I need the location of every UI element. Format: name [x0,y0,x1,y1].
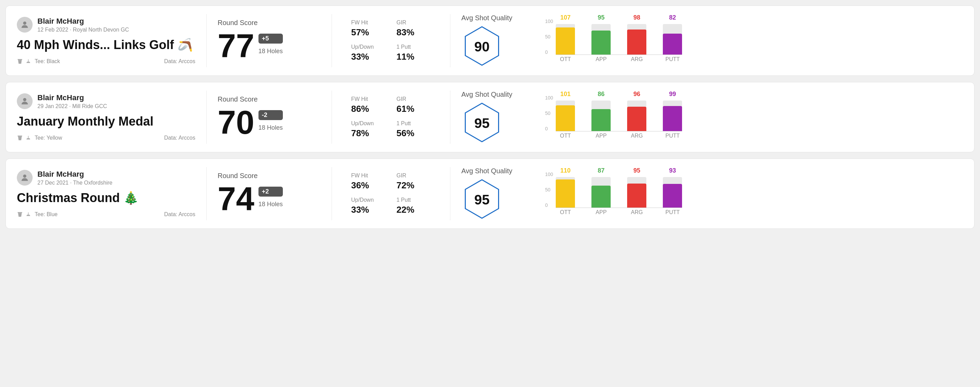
bar-chart: 101 OTT 86 APP 96 ARG [556,95,682,140]
bar-fill-arg [627,30,646,55]
chart-wrapper: 100500 107 OTT 95 APP [545,19,963,63]
y-label: 50 [545,111,553,116]
quality-section: Avg Shot Quality 90 [461,14,537,67]
bar-label-app: APP [595,133,606,139]
chart-wrapper: 100500 101 OTT 86 APP [545,95,963,140]
score-section: Round Score 77 +5 18 Holes [218,19,321,62]
divider-1 [206,90,207,144]
score-label: Round Score [218,172,321,180]
updown-stat: Up/Down 78% [351,121,385,139]
bar-col-ott: 101 OTT [556,90,575,132]
bar-label-putt: PUTT [665,56,680,62]
avatar [17,170,33,186]
chart-section: 100500 110 OTT 87 APP [537,171,963,216]
bar-bg-arg [627,24,646,55]
updown-value: 33% [351,51,385,62]
bar-col-ott: 107 OTT [556,14,575,55]
gir-label: GIR [396,19,431,26]
stats-grid: FW Hit 36% GIR 72% Up/Down 33% 1 Putt 22… [351,173,431,215]
updown-value: 33% [351,205,385,215]
bar-label-ott: OTT [560,133,571,139]
tee-info: Tee: Yellow [17,135,62,141]
bar-value-ott: 107 [560,14,571,21]
gir-value: 72% [396,180,431,191]
quality-section: Avg Shot Quality 95 [461,167,537,220]
divider-2 [332,167,332,220]
left-section: Blair McHarg 29 Jan 2022 · Mill Ride GCC… [17,93,195,141]
quality-label: Avg Shot Quality [461,167,512,175]
round-title: Christmas Round 🎄 [17,191,195,205]
hexagon-container: 90 [461,26,503,67]
y-label: 100 [545,95,553,100]
tee-label: Tee: Blue [35,211,58,217]
bar-bg-ott [556,177,575,208]
score-number: 77 [218,30,255,62]
divider-1 [206,167,207,220]
score-badge: +2 [258,187,283,197]
stats-grid: FW Hit 57% GIR 83% Up/Down 33% 1 Putt 11… [351,19,431,62]
chart-axis-line [556,131,682,132]
bar-fill-arg [627,184,646,208]
bar-value-putt: 99 [669,90,676,98]
svg-point-1 [23,98,26,101]
avatar [17,17,33,33]
oneputt-stat: 1 Putt 11% [396,44,431,62]
stats-grid: FW Hit 86% GIR 61% Up/Down 78% 1 Putt 56… [351,96,431,139]
y-label: 0 [545,202,553,208]
bar-label-ott: OTT [560,56,571,62]
bar-col-app: 87 APP [592,167,611,208]
bar-bg-app [592,100,611,132]
left-section: Blair McHarg 27 Dec 2021 · The Oxfordshi… [17,170,195,217]
bar-bg-ott [556,24,575,55]
oneputt-stat: 1 Putt 22% [396,197,431,215]
user-name: Blair McHarg [37,93,107,102]
bar-bg-app [592,24,611,55]
bar-fill-putt [663,106,682,132]
quality-score: 90 [474,39,490,54]
fw-hit-stat: FW Hit 36% [351,173,385,191]
divider-3 [450,14,450,67]
chart-y-labels: 100500 [545,95,553,132]
bar-value-arg: 95 [633,167,640,174]
stats-section: FW Hit 36% GIR 72% Up/Down 33% 1 Putt 22… [343,173,439,215]
score-badge: +5 [258,33,283,44]
bar-col-arg: 95 ARG [627,167,646,208]
bar-chart: 107 OTT 95 APP 98 ARG [556,19,682,63]
y-label: 50 [545,34,553,40]
bar-label-ott: OTT [560,209,571,216]
divider-2 [332,90,332,144]
chart-wrapper: 100500 110 OTT 87 APP [545,171,963,216]
bar-bg-app [592,177,611,208]
quality-section: Avg Shot Quality 95 [461,90,537,144]
fw-hit-stat: FW Hit 86% [351,96,385,114]
bar-bg-putt [663,100,682,132]
bar-fill-putt [663,33,682,55]
hexagon-container: 95 [461,179,503,220]
round-card-3: Blair McHarg 27 Dec 2021 · The Oxfordshi… [5,159,975,229]
chart-section: 100500 107 OTT 95 APP [537,19,963,63]
tee-label: Tee: Black [35,58,60,65]
bar-value-app: 87 [598,167,605,174]
round-card-1: Blair McHarg 12 Feb 2022 · Royal North D… [5,5,975,76]
bar-value-putt: 93 [669,167,676,174]
bar-value-ott: 110 [560,167,571,174]
updown-label: Up/Down [351,44,385,50]
score-holes: 18 Holes [258,124,283,132]
gir-stat: GIR 72% [396,173,431,191]
score-holes: 18 Holes [258,201,283,208]
score-label: Round Score [218,19,321,27]
bar-bg-ott [556,100,575,132]
quality-label: Avg Shot Quality [461,90,512,98]
bar-fill-arg [627,107,646,132]
user-date: 12 Feb 2022 · Royal North Devon GC [37,27,129,33]
data-source: Data: Arccos [164,58,195,65]
bar-fill-app [592,30,611,55]
score-badge-info: +5 18 Holes [258,33,283,62]
bar-fill-app [592,109,611,132]
bar-col-ott: 110 OTT [556,167,575,208]
score-badge: -2 [258,110,283,120]
bar-label-arg: ARG [631,56,643,62]
score-main: 77 +5 18 Holes [218,30,321,62]
chart-axis-line [556,208,682,208]
bar-bg-arg [627,100,646,132]
